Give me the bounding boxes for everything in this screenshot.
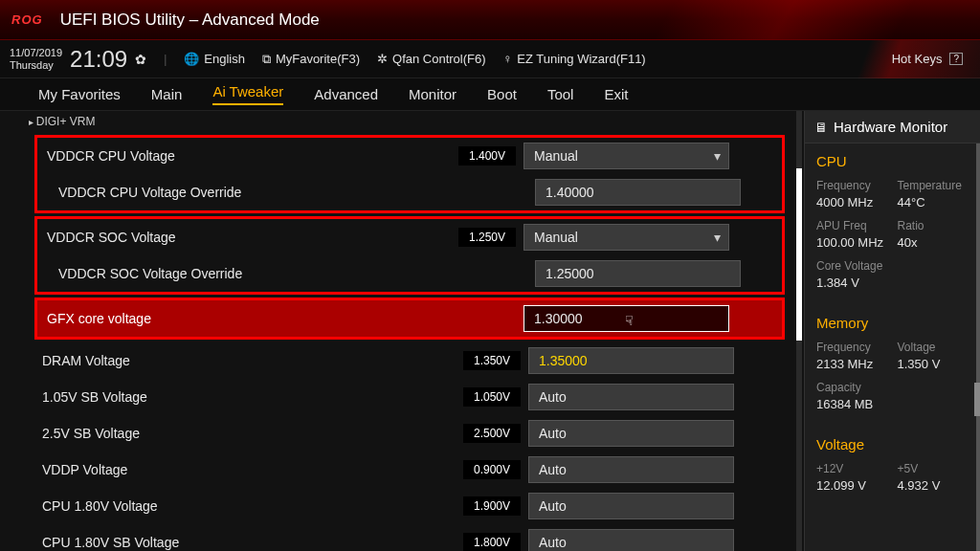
cpu-freq-value: 4000 MHz xyxy=(816,195,888,209)
nominal-vddp: 0.900V xyxy=(463,460,521,479)
label-cpu180v: CPU 1.80V Voltage xyxy=(42,498,463,514)
hardware-monitor-panel: 🖥Hardware Monitor CPU Frequency4000 MHz … xyxy=(804,111,980,551)
mem-freq-value: 2133 MHz xyxy=(816,357,888,371)
separator: | xyxy=(164,53,167,66)
field-vddcr-cpu[interactable]: Manual xyxy=(523,143,729,169)
info-bar: 11/07/2019 Thursday 21:09 ✿ | 🌐English ⧉… xyxy=(0,40,980,78)
title-bar: ROG UEFI BIOS Utility – Advanced Mode xyxy=(0,0,980,40)
label-gfx-core: GFX core voltage xyxy=(47,311,458,326)
question-icon: ? xyxy=(949,53,963,65)
v12-value: 12.099 V xyxy=(816,478,888,493)
field-vddcr-soc[interactable]: Manual xyxy=(523,224,729,251)
section-digi-vrm[interactable]: DIGI+ VRM xyxy=(0,111,804,132)
main-area: DIGI+ VRM VDDCR CPU Voltage 1.400V Manua… xyxy=(0,111,980,551)
content-scroll-thumb[interactable] xyxy=(796,168,802,341)
highlight-box-cpu: VDDCR CPU Voltage 1.400V Manual VDDCR CP… xyxy=(34,135,785,213)
row-vddcr-soc[interactable]: VDDCR SOC Voltage 1.250V Manual xyxy=(37,219,782,255)
mem-volt-label: Voltage xyxy=(898,341,969,354)
core-voltage-label: Core Voltage xyxy=(816,259,969,273)
row-dram[interactable]: DRAM Voltage 1.350V 1.35000 xyxy=(0,342,804,379)
label-dram: DRAM Voltage xyxy=(42,353,463,368)
row-vddp[interactable]: VDDP Voltage 0.900V Auto xyxy=(0,452,804,488)
v5-value: 4.932 V xyxy=(898,478,969,493)
row-105v-sb[interactable]: 1.05V SB Voltage 1.050V Auto xyxy=(0,379,804,415)
ratio-value: 40x xyxy=(898,235,969,250)
core-voltage-value: 1.384 V xyxy=(816,276,969,290)
hw-title-text: Hardware Monitor xyxy=(834,119,947,135)
row-vddcr-soc-override[interactable]: VDDCR SOC Voltage Override 1.25000 xyxy=(37,255,782,292)
hw-volt-heading: Voltage xyxy=(816,436,969,452)
tab-advanced[interactable]: Advanced xyxy=(314,86,378,102)
bios-title: UEFI BIOS Utility – Advanced Mode xyxy=(60,11,320,30)
field-dram[interactable]: 1.35000 xyxy=(528,347,734,374)
field-vddp[interactable]: Auto xyxy=(528,456,734,483)
apu-freq-label: APU Freq xyxy=(816,219,888,232)
nominal-cpu180v: 1.900V xyxy=(463,496,521,516)
cpu-temp-label: Temperature xyxy=(898,179,969,192)
mem-cap-label: Capacity xyxy=(816,381,969,394)
tab-monitor[interactable]: Monitor xyxy=(409,86,457,102)
bulb-icon: ♀ xyxy=(503,52,513,66)
row-vddcr-cpu[interactable]: VDDCR CPU Voltage 1.400V Manual xyxy=(37,138,782,174)
label-vddcr-cpu-override: VDDCR CPU Voltage Override xyxy=(58,185,470,200)
tab-exit[interactable]: Exit xyxy=(604,86,628,102)
cpu-freq-label: Frequency xyxy=(816,179,888,192)
tab-tool[interactable]: Tool xyxy=(547,86,574,102)
field-cpu180v-sb[interactable]: Auto xyxy=(528,529,734,551)
row-vddcr-cpu-override[interactable]: VDDCR CPU Voltage Override 1.40000 xyxy=(37,174,782,210)
field-cpu180v[interactable]: Auto xyxy=(528,493,734,519)
gear-icon[interactable]: ✿ xyxy=(135,52,146,67)
menu-tabs: My Favorites Main Ai Tweaker Advanced Mo… xyxy=(0,78,980,111)
ez-label: EZ Tuning Wizard(F11) xyxy=(517,52,645,66)
globe-icon: 🌐 xyxy=(184,52,199,66)
language-button[interactable]: 🌐English xyxy=(184,52,245,66)
label-vddp: VDDP Voltage xyxy=(42,462,463,477)
v12-label: +12V xyxy=(816,462,888,475)
cursor-icon: ☟ xyxy=(625,313,634,328)
content-scrollbar[interactable] xyxy=(796,111,802,551)
qfan-label: Qfan Control(F6) xyxy=(392,52,486,66)
day-value: Thursday xyxy=(10,59,62,71)
mem-volt-value: 1.350 V xyxy=(898,357,969,371)
hw-cpu-heading: CPU xyxy=(816,153,969,169)
row-cpu180v-sb[interactable]: CPU 1.80V SB Voltage 1.800V Auto xyxy=(0,524,804,551)
date-value: 11/07/2019 xyxy=(10,47,62,58)
hw-mem-heading: Memory xyxy=(816,315,969,331)
sidebar-scrollbar[interactable] xyxy=(976,143,980,551)
monitor-icon: 🖥 xyxy=(814,120,828,135)
label-cpu180v-sb: CPU 1.80V SB Voltage xyxy=(42,535,463,550)
label-vddcr-soc: VDDCR SOC Voltage xyxy=(47,230,458,245)
nominal-dram: 1.350V xyxy=(463,351,521,370)
nominal-vddcr-soc: 1.250V xyxy=(458,228,516,247)
qfan-button[interactable]: ✲Qfan Control(F6) xyxy=(377,52,486,66)
mem-cap-value: 16384 MB xyxy=(816,397,969,411)
row-gfx-core[interactable]: GFX core voltage 1.30000 ☟ xyxy=(37,300,782,337)
sidebar-scroll-thumb[interactable] xyxy=(974,383,980,416)
mem-freq-label: Frequency xyxy=(816,341,888,354)
cpu-temp-value: 44°C xyxy=(898,195,969,209)
field-vddcr-cpu-override[interactable]: 1.40000 xyxy=(535,179,741,206)
label-vddcr-soc-override: VDDCR SOC Voltage Override xyxy=(58,266,470,281)
row-25v-sb[interactable]: 2.5V SB Voltage 2.500V Auto xyxy=(0,415,804,452)
hw-cpu-section: CPU Frequency4000 MHz Temperature44°C AP… xyxy=(805,143,980,305)
hw-memory-section: Memory Frequency2133 MHz Voltage1.350 V … xyxy=(805,305,980,427)
tab-my-favorites[interactable]: My Favorites xyxy=(38,86,121,102)
label-25v-sb: 2.5V SB Voltage xyxy=(42,426,463,441)
row-cpu180v[interactable]: CPU 1.80V Voltage 1.900V Auto xyxy=(0,488,804,524)
label-105v-sb: 1.05V SB Voltage xyxy=(42,389,463,405)
datetime-block: 11/07/2019 Thursday 21:09 ✿ xyxy=(10,46,146,73)
fan-icon: ✲ xyxy=(377,52,388,66)
tab-main[interactable]: Main xyxy=(151,86,183,102)
hotkeys-button[interactable]: Hot Keys? xyxy=(892,52,963,66)
tab-boot[interactable]: Boot xyxy=(487,86,517,102)
field-105v-sb[interactable]: Auto xyxy=(528,384,734,410)
tab-ai-tweaker[interactable]: Ai Tweaker xyxy=(212,83,283,105)
ez-tuning-button[interactable]: ♀EZ Tuning Wizard(F11) xyxy=(503,52,646,66)
field-vddcr-soc-override[interactable]: 1.25000 xyxy=(535,260,741,287)
field-25v-sb[interactable]: Auto xyxy=(528,420,734,447)
nominal-25v-sb: 2.500V xyxy=(463,424,521,443)
date-text: 11/07/2019 Thursday xyxy=(10,47,62,70)
myfavorite-button[interactable]: ⧉MyFavorite(F3) xyxy=(262,52,360,67)
apu-freq-value: 100.00 MHz xyxy=(816,235,888,250)
nominal-105v-sb: 1.050V xyxy=(463,387,521,407)
